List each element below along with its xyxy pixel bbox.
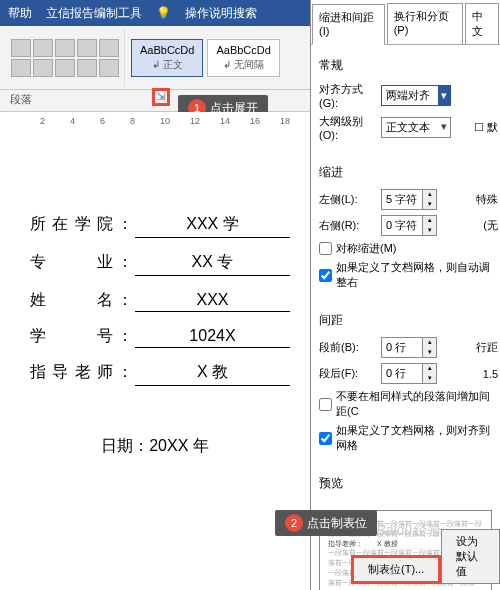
- ruler-tick: 6: [100, 116, 105, 126]
- align-left-icon[interactable]: [11, 59, 31, 77]
- linespacing-label: 行距: [476, 340, 498, 355]
- multilevel-icon[interactable]: [55, 39, 75, 57]
- borders-icon[interactable]: [99, 59, 119, 77]
- list-icon[interactable]: [11, 39, 31, 57]
- spin-down-icon[interactable]: ▾: [422, 226, 436, 236]
- callout-badge: 2: [285, 514, 303, 532]
- bulb-icon: 💡: [156, 6, 171, 20]
- ruler-tick: 14: [220, 116, 230, 126]
- nospace-same-check[interactable]: 不要在相同样式的段落间增加间距(C: [319, 389, 492, 419]
- right-label: 右侧(R):: [319, 218, 381, 233]
- group-title: 缩进: [319, 164, 492, 181]
- after-spinner[interactable]: 0 行▴▾: [381, 363, 437, 384]
- collapsed-check[interactable]: ☐ 默: [474, 120, 498, 135]
- paragraph-group: [6, 28, 125, 87]
- spin-up-icon[interactable]: ▴: [422, 190, 436, 200]
- spin-up-icon[interactable]: ▴: [422, 364, 436, 374]
- align-label: 对齐方式(G):: [319, 82, 381, 109]
- callout-2: 2点击制表位: [275, 510, 377, 536]
- right-spinner[interactable]: 0 字符▴▾: [381, 215, 437, 236]
- spin-down-icon[interactable]: ▾: [422, 348, 436, 358]
- field-value[interactable]: XX 专: [135, 252, 290, 276]
- ruler-tick: 4: [70, 116, 75, 126]
- field-value[interactable]: 1024X: [135, 327, 290, 348]
- numbering-icon[interactable]: [33, 39, 53, 57]
- document-area[interactable]: 所在学院： XXX 学 专 业： XX 专 姓 名： XXX 学 号： 1024…: [0, 130, 310, 550]
- group-preview: 预览: [311, 463, 500, 506]
- field-id: 学 号： 1024X: [20, 326, 290, 348]
- search-hint[interactable]: 操作说明搜索: [185, 5, 257, 22]
- field-label: 指导老师: [20, 362, 115, 383]
- callout-text: 点击制表位: [307, 516, 367, 530]
- indent-dec-icon[interactable]: [77, 39, 97, 57]
- paragraph-dialog: 缩进和间距(I) 换行和分页(P) 中文 常规 对齐方式(G): 两端对齐 大纲…: [310, 0, 500, 590]
- align-right-icon[interactable]: [55, 59, 75, 77]
- mirror-indent-check[interactable]: 对称缩进(M): [319, 241, 492, 256]
- style-label: ↲ 无间隔: [216, 58, 270, 72]
- field-label: 学 号: [20, 326, 115, 347]
- field-value[interactable]: XXX: [135, 291, 290, 312]
- grid-adjust-check[interactable]: 如果定义了文档网格，则自动调整右: [319, 260, 492, 290]
- style-normal[interactable]: AaBbCcDd ↲ 正文: [131, 39, 203, 77]
- field-major: 专 业： XX 专: [20, 252, 290, 276]
- field-label: 专 业: [20, 252, 115, 273]
- field-value[interactable]: X 教: [135, 362, 290, 386]
- style-nospacing[interactable]: AaBbCcDd ↲ 无间隔: [207, 39, 279, 77]
- ruler-tick: 12: [190, 116, 200, 126]
- field-label: 姓 名: [20, 290, 115, 311]
- tool-name[interactable]: 立信报告编制工具: [46, 5, 142, 22]
- after-label: 段后(F):: [319, 366, 381, 381]
- dialog-tabs: 缩进和间距(I) 换行和分页(P) 中文: [311, 0, 500, 45]
- group-indent: 缩进 左侧(L): 5 字符▴▾ 特殊 右侧(R): 0 字符▴▾ (无 对称缩…: [311, 152, 500, 300]
- left-label: 左侧(L):: [319, 192, 381, 207]
- align-select[interactable]: 两端对齐: [381, 85, 451, 106]
- ruler-tick: 16: [250, 116, 260, 126]
- group-spacing: 间距 段前(B): 0 行▴▾ 行距 段后(F): 0 行▴▾ 1.5 不要在相…: [311, 300, 500, 463]
- default-button[interactable]: 设为默认值: [441, 529, 500, 584]
- shading-icon[interactable]: [77, 59, 97, 77]
- outline-select[interactable]: 正文文本: [381, 117, 451, 138]
- left-spinner[interactable]: 5 字符▴▾: [381, 189, 437, 210]
- indent-inc-icon[interactable]: [99, 39, 119, 57]
- document-page: 所在学院： XXX 学 专 业： XX 专 姓 名： XXX 学 号： 1024…: [20, 190, 290, 467]
- field-value[interactable]: XXX 学: [135, 214, 290, 238]
- dialog-launcher-icon[interactable]: ⇲: [152, 88, 170, 106]
- watermark: Baidu经验: [376, 522, 440, 540]
- group-title: 间距: [319, 312, 492, 329]
- tabstop-button[interactable]: 制表位(T)...: [351, 555, 441, 584]
- date-line[interactable]: 日期：20XX 年: [20, 436, 290, 457]
- ruler-tick: 8: [130, 116, 135, 126]
- tab-pagination[interactable]: 换行和分页(P): [387, 3, 464, 44]
- style-label: ↲ 正文: [140, 58, 194, 72]
- ruler-tick: 2: [40, 116, 45, 126]
- ruler-tick: 18: [280, 116, 290, 126]
- special-label: 特殊: [476, 192, 498, 207]
- style-preview: AaBbCcDd: [140, 44, 194, 56]
- group-title: 常规: [319, 57, 492, 74]
- before-label: 段前(B):: [319, 340, 381, 355]
- spin-down-icon[interactable]: ▾: [422, 200, 436, 210]
- align-center-icon[interactable]: [33, 59, 53, 77]
- field-name: 姓 名： XXX: [20, 290, 290, 312]
- spin-up-icon[interactable]: ▴: [422, 216, 436, 226]
- group-general: 常规 对齐方式(G): 两端对齐 大纲级别(O): 正文文本 ☐ 默: [311, 45, 500, 152]
- group-title: 预览: [319, 475, 492, 492]
- snap-grid-check[interactable]: 如果定义了文档网格，则对齐到网格: [319, 423, 492, 453]
- outline-label: 大纲级别(O):: [319, 114, 381, 141]
- styles-group: AaBbCcDd ↲ 正文 AaBbCcDd ↲ 无间隔: [125, 28, 286, 87]
- field-advisor: 指导老师： X 教: [20, 362, 290, 386]
- spin-down-icon[interactable]: ▾: [422, 374, 436, 384]
- tab-indent[interactable]: 缩进和间距(I): [312, 4, 385, 45]
- before-spinner[interactable]: 0 行▴▾: [381, 337, 437, 358]
- help-menu[interactable]: 帮助: [8, 5, 32, 22]
- spin-up-icon[interactable]: ▴: [422, 338, 436, 348]
- field-college: 所在学院： XXX 学: [20, 214, 290, 238]
- field-label: 所在学院: [20, 214, 115, 235]
- linespacing-select[interactable]: 1.5: [483, 368, 498, 380]
- ruler-tick: 10: [160, 116, 170, 126]
- style-preview: AaBbCcDd: [216, 44, 270, 56]
- special-select[interactable]: (无: [483, 218, 498, 233]
- tab-asian[interactable]: 中文: [465, 3, 499, 44]
